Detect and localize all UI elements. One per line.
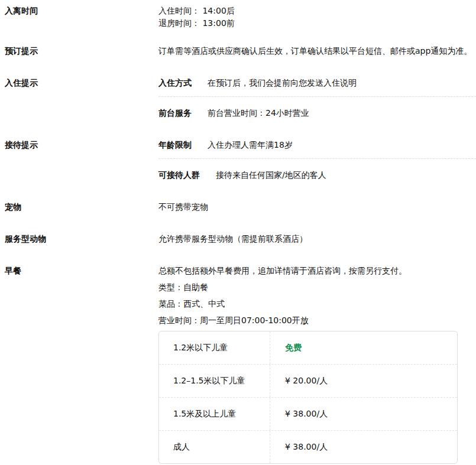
section-label: 入离时间 [5, 5, 158, 17]
breakfast-menu-text: 菜品：西式、中式 [158, 298, 476, 310]
subrow-text: 前台营业时间：24小时营业 [208, 107, 309, 119]
category-cell: 1.2–1.5米以下儿童 [159, 365, 270, 397]
section-content: 入住方式 在预订后，我们会提前向您发送入住说明 前台服务 前台营业时间：24小时… [158, 77, 476, 119]
section-content: 不可携带宠物 [158, 201, 476, 213]
section-label: 宠物 [5, 201, 158, 213]
table-row: 1.2–1.5米以下儿童 ¥ 20.00/人 [159, 365, 457, 398]
section-booking-notice: 预订提示 订单需等酒店或供应商确认后生效，订单确认结果以平台短信、邮件或app通… [5, 45, 476, 57]
section-checkin-notice: 入住提示 入住方式 在预订后，我们会提前向您发送入住说明 前台服务 前台营业时间… [5, 77, 476, 119]
checkout-time-text: 退房时间： 13:00前 [158, 17, 476, 30]
breakfast-price-table: 1.2米以下儿童 免费 1.2–1.5米以下儿童 ¥ 20.00/人 1.5米及… [158, 331, 458, 464]
subrow-title: 年龄限制 [158, 139, 192, 151]
section-label: 接待提示 [5, 139, 158, 151]
booking-notice-text: 订单需等酒店或供应商确认后生效，订单确认结果以平台短信、邮件或app通知为准。 [158, 45, 476, 57]
category-cell: 成人 [159, 431, 270, 463]
subrow-accepted-guests: 可接待人群 接待来自任何国家/地区的客人 [158, 159, 476, 181]
price-cell: 免费 [270, 331, 457, 364]
section-content: 订单需等酒店或供应商确认后生效，订单确认结果以平台短信、邮件或app通知为准。 [158, 45, 476, 57]
section-content: 年龄限制 入住办理人需年满18岁 可接待人群 接待来自任何国家/地区的客人 [158, 139, 476, 181]
pets-policy-text: 不可携带宠物 [158, 201, 476, 213]
section-breakfast: 早餐 总额不包括额外早餐费用，追加详情请于酒店咨询，按需另行支付。 类型：自助餐… [5, 265, 476, 464]
section-label: 入住提示 [5, 77, 158, 89]
section-label: 预订提示 [5, 45, 158, 57]
table-row: 1.2米以下儿童 免费 [159, 331, 457, 365]
category-cell: 1.5米及以上儿童 [159, 398, 270, 430]
subrow-checkin-method: 入住方式 在预订后，我们会提前向您发送入住说明 [158, 77, 476, 97]
price-cell: ¥ 20.00/人 [270, 365, 457, 397]
subrow-text: 在预订后，我们会提前向您发送入住说明 [208, 77, 357, 89]
section-content: 总额不包括额外早餐费用，追加详情请于酒店咨询，按需另行支付。 类型：自助餐 菜品… [158, 265, 476, 464]
service-animal-policy-text: 允许携带服务型动物（需提前联系酒店） [158, 233, 476, 245]
table-row: 1.5米及以上儿童 ¥ 38.00/人 [159, 398, 457, 431]
section-content: 入住时间： 14:00后 退房时间： 13:00前 [158, 5, 476, 30]
subrow-text: 接待来自任何国家/地区的客人 [216, 169, 326, 181]
price-cell: ¥ 38.00/人 [270, 398, 457, 430]
hotel-policy-panel: 入离时间 入住时间： 14:00后 退房时间： 13:00前 预订提示 订单需等… [0, 0, 476, 464]
subrow-text: 入住办理人需年满18岁 [208, 139, 293, 151]
breakfast-fee-text: 总额不包括额外早餐费用，追加详情请于酒店咨询，按需另行支付。 [158, 265, 476, 277]
section-pets: 宠物 不可携带宠物 [5, 201, 476, 213]
breakfast-type-text: 类型：自助餐 [158, 281, 476, 293]
section-label: 早餐 [5, 265, 158, 277]
breakfast-hours-text: 营业时间：周一至周日07:00-10:00开放 [158, 314, 476, 326]
subrow-title: 入住方式 [158, 77, 192, 89]
subrow-age-limit: 年龄限制 入住办理人需年满18岁 [158, 139, 476, 159]
table-row: 成人 ¥ 38.00/人 [159, 431, 457, 463]
price-cell: ¥ 38.00/人 [270, 431, 457, 463]
subrow-front-desk: 前台服务 前台营业时间：24小时营业 [158, 97, 476, 119]
section-content: 允许携带服务型动物（需提前联系酒店） [158, 233, 476, 245]
section-reception-notice: 接待提示 年龄限制 入住办理人需年满18岁 可接待人群 接待来自任何国家/地区的… [5, 139, 476, 181]
subrow-title: 可接待人群 [158, 169, 200, 181]
category-cell: 1.2米以下儿童 [159, 331, 270, 364]
subrow-title: 前台服务 [158, 107, 192, 119]
section-service-animals: 服务型动物 允许携带服务型动物（需提前联系酒店） [5, 233, 476, 245]
checkin-time-text: 入住时间： 14:00后 [158, 5, 476, 17]
section-checkin-checkout-time: 入离时间 入住时间： 14:00后 退房时间： 13:00前 [5, 5, 476, 30]
section-label: 服务型动物 [5, 233, 158, 245]
